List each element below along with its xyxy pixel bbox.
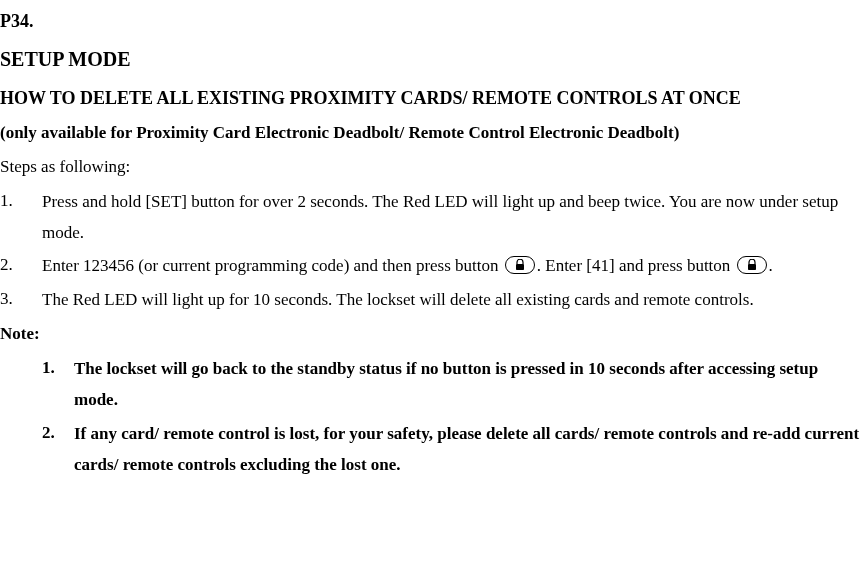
availability-note: (only available for Proximity Card Elect… <box>0 118 863 148</box>
svg-rect-0 <box>516 264 524 270</box>
list-item: 3. The Red LED will light up for 10 seco… <box>0 284 863 315</box>
list-item: 2. If any card/ remote control is lost, … <box>42 418 863 481</box>
step-text: Enter 123456 (or current programming cod… <box>42 250 863 281</box>
lock-button-icon <box>505 256 535 274</box>
steps-list: 1. Press and hold [SET] button for over … <box>0 186 863 316</box>
step-text: Press and hold [SET] button for over 2 s… <box>42 186 863 249</box>
list-item: 2. Enter 123456 (or current programming … <box>0 250 863 281</box>
page-number: P34. <box>0 6 863 38</box>
step-number: 3. <box>0 284 42 315</box>
list-item: 1. The lockset will go back to the stand… <box>42 353 863 416</box>
step-text-mid: . Enter [41] and press button <box>537 256 735 275</box>
notes-list: 1. The lockset will go back to the stand… <box>0 353 863 481</box>
note-number: 1. <box>42 353 74 416</box>
section-title: SETUP MODE <box>0 42 863 77</box>
note-text: The lockset will go back to the standby … <box>74 353 863 416</box>
list-item: 1. Press and hold [SET] button for over … <box>0 186 863 249</box>
step-number: 1. <box>0 186 42 249</box>
step-text-after: . <box>769 256 773 275</box>
note-number: 2. <box>42 418 74 481</box>
step-number: 2. <box>0 250 42 281</box>
section-subtitle: HOW TO DELETE ALL EXISTING PROXIMITY CAR… <box>0 83 863 115</box>
lock-button-icon <box>737 256 767 274</box>
step-text-before: Enter 123456 (or current programming cod… <box>42 256 503 275</box>
note-label: Note: <box>0 319 863 349</box>
note-text: If any card/ remote control is lost, for… <box>74 418 863 481</box>
svg-rect-1 <box>748 264 756 270</box>
steps-intro: Steps as following: <box>0 152 863 182</box>
step-text: The Red LED will light up for 10 seconds… <box>42 284 863 315</box>
